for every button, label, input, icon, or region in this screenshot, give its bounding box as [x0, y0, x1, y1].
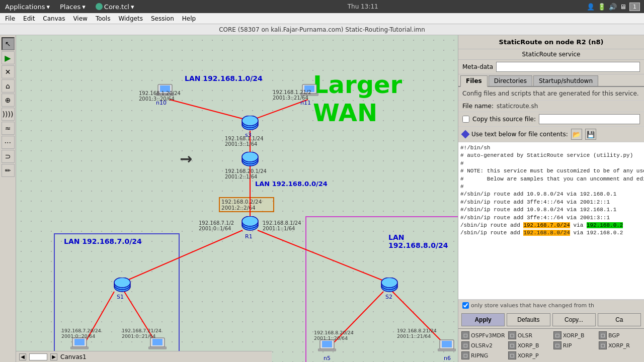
battery-icon: 🔋	[598, 3, 606, 11]
tools-menu[interactable]: Tools	[93, 14, 114, 23]
places-arrow: ▾	[82, 3, 86, 11]
next-canvas-btn[interactable]: ▶	[50, 353, 57, 360]
panel-bottom: only store values that have changed from…	[458, 300, 644, 311]
node-s2[interactable]	[380, 278, 398, 297]
host-tool[interactable]: ⌂	[2, 79, 15, 93]
code-editor[interactable]: #!/bin/sh # auto-generated by StaticRout…	[458, 142, 644, 300]
widgets-menu[interactable]: Widgets	[115, 14, 146, 23]
network-canvas[interactable]: Larger WAN LAN 192.168.1.0/24 LAN 192.16…	[16, 35, 458, 362]
xorp-r-icon[interactable]: □	[599, 341, 607, 349]
places-label: Places	[60, 3, 80, 11]
svg-rect-11	[156, 94, 174, 96]
node-n5[interactable]	[318, 339, 336, 355]
help-menu[interactable]: Help	[179, 14, 199, 23]
ospfv3mdr-label: OSPFv3MDR	[471, 332, 505, 339]
select-tool[interactable]: ↖	[2, 37, 15, 50]
session-menu[interactable]: Session	[148, 14, 177, 23]
run-tool[interactable]: ▶	[2, 51, 15, 64]
service-xorp-r: □ XORP_R	[598, 341, 642, 350]
router-tool[interactable]: ⊕	[2, 94, 15, 107]
service-olsr: □ OLSR	[507, 331, 551, 340]
places-menu[interactable]: Places ▾	[55, 2, 91, 12]
svg-point-30	[381, 278, 397, 288]
main-layout: ↖ ▶ ✕ ⌂ ⊕ )))) ≈ ⋯ ⊃ ✏ Larger WAN LAN 19…	[0, 35, 644, 362]
panel-desc: Config files and scripts that are genera…	[458, 87, 644, 101]
applications-menu[interactable]: Applications ▾	[0, 2, 55, 12]
file-menu[interactable]: File	[2, 14, 18, 23]
annotate-tool[interactable]: ✏	[2, 164, 15, 177]
file-save-btn[interactable]: 💾	[585, 129, 596, 140]
node-n11[interactable]	[300, 83, 318, 100]
bgp-label: BGP	[608, 332, 620, 339]
node-s1[interactable]	[113, 278, 131, 297]
svg-rect-39	[322, 341, 332, 347]
apply-button[interactable]: Apply	[461, 313, 505, 326]
ospfv3mdr-icon[interactable]: □	[461, 331, 469, 339]
applications-label: Applications	[5, 3, 45, 11]
lan-label-8: LAN 192.168.8.0/24	[388, 233, 458, 249]
workspace-indicator[interactable]: 1	[629, 3, 640, 11]
view-menu[interactable]: View	[70, 14, 90, 23]
use-text-row: Use text below for file contents: 📂 💾	[458, 127, 644, 142]
wlan-tool[interactable]: ))))	[2, 108, 15, 121]
applications-arrow: ▾	[46, 3, 50, 11]
core-tcl-menu[interactable]: Core.tcl ▾	[91, 2, 139, 12]
olsr-icon[interactable]: □	[508, 331, 516, 339]
svg-rect-38	[318, 349, 336, 351]
edit-menu[interactable]: Edit	[20, 14, 38, 23]
svg-rect-15	[304, 85, 314, 92]
bgp-icon[interactable]: □	[599, 331, 607, 339]
rj45-tool[interactable]: ⋯	[2, 136, 15, 149]
app-menubar: File Edit Canvas View Tools Widgets Sess…	[0, 13, 644, 24]
only-changed-checkbox[interactable]	[462, 302, 469, 309]
right-panel: StaticRoute on node R2 (n8) StaticRoute …	[458, 35, 644, 362]
file-open-btn[interactable]: 📂	[571, 129, 582, 140]
olsrv2-icon[interactable]: □	[461, 341, 469, 349]
tab-directories[interactable]: Directories	[489, 75, 532, 86]
services-grid: □ OSPFv3MDR □ OLSR □ XORP_B □ BGP □ OLSR…	[458, 328, 644, 362]
copy-source-row: Copy this source file:	[458, 112, 644, 127]
core-tcl-arrow: ▾	[131, 3, 134, 11]
rip-icon[interactable]: □	[553, 341, 561, 349]
svg-rect-41	[438, 349, 456, 351]
volume-icon: 🔊	[609, 3, 617, 11]
svg-point-21	[242, 152, 258, 162]
svg-line-9	[392, 292, 446, 346]
network-tool[interactable]: ✕	[2, 65, 15, 78]
system-tray: 👤 🔋 🔊 🖥 1	[587, 3, 644, 11]
ripng-icon[interactable]: □	[461, 351, 469, 359]
xorp-p-icon[interactable]: □	[508, 351, 516, 359]
meta-row: Meta-data	[458, 60, 644, 74]
node-r1[interactable]	[241, 216, 259, 236]
addr-box-r1: 192.168.0.2/242001:2::2/64	[219, 197, 274, 212]
r1-addr-l: 192.168.7.1/22001:0::1/64	[199, 220, 234, 231]
service-rip: □ RIP	[552, 341, 597, 350]
copy-button[interactable]: Copy...	[552, 313, 596, 326]
svg-rect-36	[152, 339, 163, 345]
copy-source-input[interactable]	[539, 114, 640, 124]
tab-files[interactable]: Files	[460, 75, 488, 87]
defaults-button[interactable]: Defaults	[507, 313, 550, 326]
copy-source-checkbox[interactable]	[462, 116, 469, 123]
prev-canvas-btn[interactable]: ◀	[19, 353, 26, 360]
datetime-display: Thu 13:11	[139, 3, 587, 10]
node-n6[interactable]	[438, 339, 456, 355]
wan-label: Larger WAN	[313, 70, 458, 127]
cancel-button[interactable]: Ca	[598, 313, 641, 326]
xorp-b1-icon[interactable]: □	[553, 331, 561, 339]
emane-tool[interactable]: ≈	[2, 122, 15, 135]
node-s3[interactable]	[241, 116, 259, 135]
node-n10[interactable]	[156, 83, 174, 100]
meta-input[interactable]	[496, 62, 640, 72]
xorp-b2-icon[interactable]: □	[508, 341, 516, 349]
canvas-menu[interactable]: Canvas	[40, 14, 68, 23]
svg-line-6	[84, 292, 114, 344]
tunnel-tool[interactable]: ⊃	[2, 150, 15, 163]
svg-rect-14	[300, 94, 318, 96]
use-text-label: Use text below for file contents:	[471, 131, 568, 138]
xorp-r-label: XORP_R	[608, 342, 630, 349]
svg-point-18	[242, 116, 258, 126]
node-center[interactable]	[241, 152, 259, 171]
lan-label-0: LAN 192.168.0.0/24	[255, 180, 328, 188]
tab-startup-shutdown[interactable]: Startup/shutdown	[533, 75, 598, 86]
